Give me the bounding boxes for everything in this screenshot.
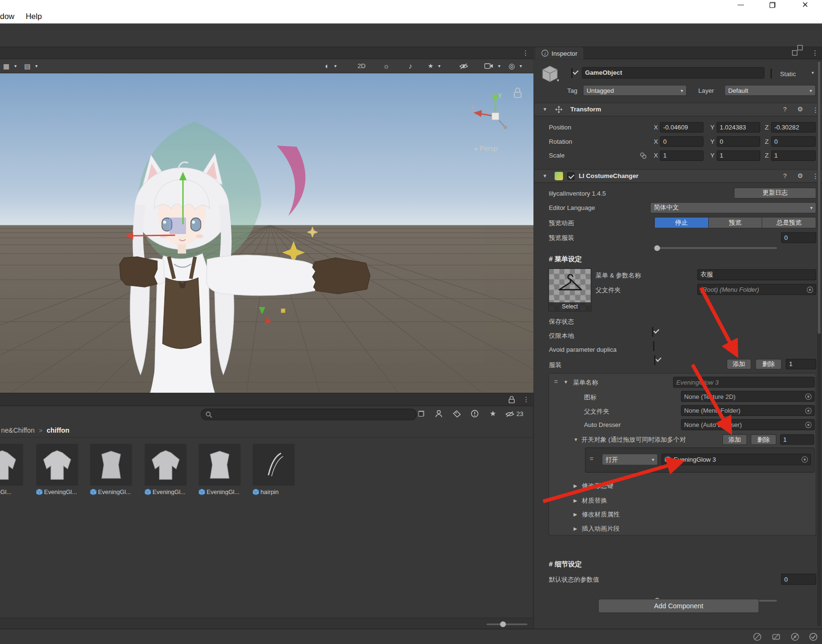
scene-viewport[interactable]: y x ◄ Persp bbox=[0, 73, 534, 393]
camera-dropdown[interactable]: ▾ bbox=[482, 61, 502, 71]
thumbnail-size-slider[interactable] bbox=[487, 624, 528, 625]
foldout-icon[interactable]: ▼ bbox=[542, 107, 547, 112]
select-overlay[interactable]: Select bbox=[549, 302, 591, 311]
rotation-z-field[interactable]: 0 bbox=[771, 136, 816, 147]
toggle-object-field[interactable]: EveningGlow 3 bbox=[662, 454, 811, 465]
gameobject-active-checkbox[interactable] bbox=[571, 68, 572, 78]
changelog-button[interactable]: 更新日志 bbox=[734, 188, 816, 198]
menu-item-help[interactable]: Help bbox=[26, 11, 42, 20]
slider-knob[interactable] bbox=[500, 622, 506, 627]
breadcrumb-current[interactable]: chiffon bbox=[47, 426, 70, 435]
project-lock-icon[interactable] bbox=[509, 396, 515, 406]
add-component-button[interactable]: Add Component bbox=[598, 599, 759, 613]
menu-icon-thumbnail[interactable]: Select bbox=[548, 268, 591, 311]
editor-language-dropdown[interactable]: 简体中文▾ bbox=[650, 202, 816, 213]
tag-dropdown[interactable]: Untagged▾ bbox=[583, 85, 687, 96]
foldout-closed-icon[interactable]: ▶ bbox=[573, 483, 577, 488]
foldout-icon[interactable]: ▼ bbox=[542, 173, 547, 178]
scale-link-icon[interactable] bbox=[640, 152, 647, 159]
position-y-field[interactable]: 1.024383 bbox=[717, 122, 760, 132]
element-foldout-icon[interactable]: ▼ bbox=[563, 379, 568, 385]
hidden-objects-toggle[interactable] bbox=[457, 61, 470, 71]
asset-item[interactable]: ningGl... bbox=[0, 444, 24, 495]
scene-menu-kebab[interactable]: ⋮ bbox=[522, 49, 529, 57]
status-icon-3[interactable] bbox=[791, 633, 800, 642]
costume-delete-button[interactable]: 删除 bbox=[755, 359, 782, 369]
status-icon-4[interactable] bbox=[809, 633, 818, 642]
layer-dropdown[interactable]: Default▾ bbox=[724, 85, 816, 96]
restore-button[interactable] bbox=[764, 1, 780, 9]
local-only-checkbox[interactable] bbox=[653, 341, 654, 351]
gameobject-name-field[interactable] bbox=[582, 67, 764, 79]
avatar-filter-icon[interactable] bbox=[435, 410, 442, 418]
2d-toggle[interactable]: 2D bbox=[354, 61, 369, 71]
costume-count-field[interactable]: 1 bbox=[786, 359, 816, 369]
static-dropdown[interactable]: ▾ bbox=[812, 70, 814, 76]
component-enabled-checkbox[interactable] bbox=[567, 172, 574, 179]
asset-item[interactable]: EveningGl... bbox=[145, 444, 187, 495]
drag-handle-icon[interactable]: = bbox=[590, 455, 593, 462]
foldout-closed-icon[interactable]: ▶ bbox=[573, 512, 577, 517]
status-icon-1[interactable] bbox=[753, 633, 762, 642]
asset-item[interactable]: EveningGl... bbox=[199, 444, 241, 495]
open-state-dropdown[interactable]: 打开▾ bbox=[602, 454, 658, 465]
preview-costume-slider[interactable] bbox=[654, 248, 777, 249]
preview-costume-value[interactable]: 0 bbox=[781, 232, 816, 243]
scene-lighting-toggle[interactable]: ☼ bbox=[381, 61, 392, 71]
gizmo-x-axis[interactable] bbox=[132, 235, 175, 236]
preview-button[interactable]: 预览 bbox=[709, 218, 762, 228]
gizmos-dropdown[interactable]: ◎▾ bbox=[506, 61, 524, 71]
transform-header[interactable]: ▼ Transform ? ⚙ ⋮ bbox=[535, 103, 822, 117]
parent-folder-field[interactable]: (Root) (Menu Folder) bbox=[697, 284, 816, 295]
rotation-x-field[interactable]: 0 bbox=[660, 136, 703, 147]
project-search-input[interactable] bbox=[215, 411, 412, 418]
label-tag-icon[interactable] bbox=[453, 410, 461, 417]
scale-y-field[interactable]: 1 bbox=[717, 150, 760, 161]
stop-button[interactable]: 停止 bbox=[655, 218, 709, 228]
costume-add-button[interactable]: 添加 bbox=[727, 359, 752, 369]
foldout-material-property[interactable]: 修改材质属性 bbox=[582, 510, 620, 519]
scale-x-field[interactable]: 1 bbox=[660, 150, 703, 161]
object-picker-icon[interactable] bbox=[805, 422, 812, 428]
shading-mode-dropdown[interactable]: ◐▾ bbox=[323, 61, 339, 71]
help-icon[interactable]: ? bbox=[783, 106, 787, 113]
toggle-delete-button[interactable]: 删除 bbox=[751, 435, 776, 445]
project-search-field[interactable] bbox=[201, 409, 417, 420]
persp-indicator[interactable]: ◄ Persp bbox=[473, 145, 498, 153]
breadcrumb-parent[interactable]: ne&Chiffon bbox=[1, 426, 35, 435]
avoid-duplicate-checkbox[interactable] bbox=[654, 355, 655, 365]
hidden-count-toggle[interactable]: 23 bbox=[505, 410, 523, 417]
preset-icon[interactable]: ⚙ bbox=[797, 106, 803, 113]
close-button[interactable]: × bbox=[797, 0, 813, 10]
save-state-checkbox[interactable] bbox=[652, 327, 653, 337]
element-folder-field[interactable]: None (Menu Folder) bbox=[681, 405, 815, 416]
object-picker-icon[interactable] bbox=[805, 407, 812, 414]
foldout-closed-icon[interactable]: ▶ bbox=[573, 498, 577, 503]
inspector-scrollbar[interactable] bbox=[817, 60, 821, 626]
foldout-material-replace[interactable]: 材质替换 bbox=[582, 496, 607, 505]
object-picker-icon[interactable] bbox=[807, 287, 813, 293]
menu-param-field[interactable]: 衣服 bbox=[697, 269, 816, 280]
slider-knob[interactable] bbox=[654, 245, 660, 251]
toggle-add-button[interactable]: 添加 bbox=[722, 435, 747, 445]
foldout-closed-icon[interactable]: ▶ bbox=[573, 526, 577, 531]
minimize-button[interactable]: — bbox=[733, 0, 749, 9]
project-menu-kebab[interactable]: ⋮ bbox=[522, 396, 529, 404]
always-preview-button[interactable]: 总是预览 bbox=[762, 218, 816, 228]
auto-dresser-field[interactable]: None (Auto Dresser) bbox=[681, 419, 815, 430]
drag-handle-icon[interactable]: = bbox=[554, 378, 558, 385]
asset-item[interactable]: EveningGl... bbox=[36, 444, 79, 495]
foldout-animation-clip[interactable]: 插入动画片段 bbox=[582, 525, 620, 534]
preset-icon[interactable]: ⚙ bbox=[797, 172, 803, 179]
status-icon-2[interactable] bbox=[772, 633, 781, 642]
help-icon[interactable]: ? bbox=[783, 172, 787, 179]
scene-audio-toggle[interactable]: ♪ bbox=[405, 61, 416, 71]
costumechanger-header[interactable]: ▼ LI CostumeChanger ? ⚙ ⋮ bbox=[535, 169, 822, 183]
grid-settings-dropdown[interactable]: ▤▾ bbox=[22, 61, 40, 71]
scrollbar-thumb[interactable] bbox=[818, 61, 821, 334]
favorites-star-icon[interactable]: ★ bbox=[490, 409, 496, 418]
inspector-menu-kebab[interactable]: ⋮ bbox=[812, 49, 818, 57]
menu-item-window[interactable]: dow bbox=[0, 11, 14, 20]
effects-dropdown[interactable]: ★▾ bbox=[426, 61, 443, 71]
asset-item[interactable]: EveningGl... bbox=[90, 444, 132, 495]
